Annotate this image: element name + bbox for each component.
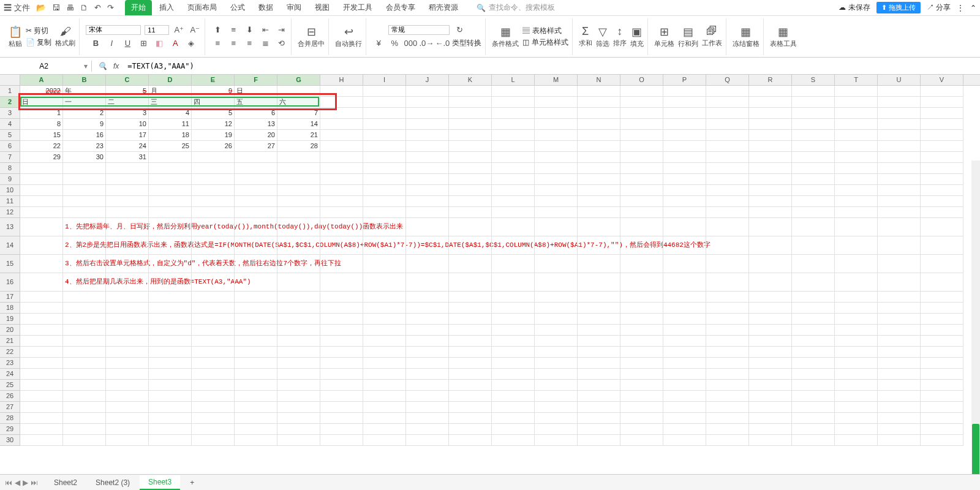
cell-S27[interactable] [792,402,835,413]
comma-icon[interactable]: 000 [404,37,417,50]
sort-button[interactable]: ↕排序 [613,25,627,48]
table-tools-button[interactable]: ▦表格工具 [770,25,797,48]
cell-K2[interactable] [449,97,492,108]
cell-Q28[interactable] [706,413,749,424]
cell-F8[interactable] [235,163,277,174]
cell-V29[interactable] [921,424,963,435]
cell-H23[interactable] [320,358,363,369]
cell-N1[interactable] [578,86,620,97]
cell-C14[interactable] [106,236,149,255]
cell-V7[interactable] [921,152,963,163]
cell-E21[interactable] [192,336,235,347]
cell-M25[interactable] [535,380,578,391]
cell-D1[interactable]: 月 [149,86,192,97]
cell-B30[interactable] [63,435,106,446]
cell-E18[interactable] [192,303,235,314]
cell-R20[interactable] [749,325,792,336]
cell-M30[interactable] [535,435,578,446]
cell-N25[interactable] [578,380,620,391]
cell-H6[interactable] [320,141,363,152]
cell-K16[interactable] [449,273,492,292]
cell-Q30[interactable] [706,435,749,446]
cell-N20[interactable] [578,325,620,336]
cell-J27[interactable] [406,402,449,413]
col-header-L[interactable]: L [492,75,535,85]
cell-I10[interactable] [363,185,406,196]
cell-E7[interactable] [192,152,235,163]
cell-F17[interactable] [235,292,277,303]
cell-T16[interactable] [835,273,878,292]
cell-F5[interactable]: 20 [235,130,277,141]
cell-T27[interactable] [835,402,878,413]
cell-K24[interactable] [449,369,492,380]
cell-C29[interactable] [106,424,149,435]
cell-U20[interactable] [878,325,921,336]
cell-H17[interactable] [320,292,363,303]
cell-F3[interactable]: 6 [235,108,277,119]
cell-E30[interactable] [192,435,235,446]
row-header-9[interactable]: 9 [0,174,20,185]
cell-D9[interactable] [149,174,192,185]
cell-O11[interactable] [620,196,663,207]
preview-icon[interactable]: 🗋 [80,3,88,12]
sheet-tab-1[interactable]: Sheet2 (3) [87,476,138,489]
cell-G2[interactable]: 六 [277,97,320,108]
cell-S14[interactable] [792,236,835,255]
currency-icon[interactable]: ¥ [372,37,385,50]
cell-M16[interactable] [535,273,578,292]
cell-P5[interactable] [663,130,706,141]
cells-button[interactable]: ⊞单元格 [654,25,674,48]
cell-V28[interactable] [921,413,963,424]
dec-dec-icon[interactable]: ←.0 [436,37,448,50]
cell-I29[interactable] [363,424,406,435]
cell-J9[interactable] [406,174,449,185]
cell-R6[interactable] [749,141,792,152]
cell-L1[interactable] [492,86,535,97]
cell-E27[interactable] [192,402,235,413]
cell-I7[interactable] [363,152,406,163]
cell-I12[interactable] [363,207,406,218]
more-icon[interactable]: ⋮ [957,4,964,12]
cell-N21[interactable] [578,336,620,347]
copy-button[interactable]: 📄 复制 [26,37,51,48]
cell-G28[interactable] [277,413,320,424]
cell-P15[interactable] [663,255,706,273]
vertical-scrollbar[interactable] [971,160,980,488]
cell-P19[interactable] [663,314,706,325]
rowcol-button[interactable]: ▤行和列 [678,25,698,48]
cell-K3[interactable] [449,108,492,119]
cell-U3[interactable] [878,108,921,119]
indent-dec-icon[interactable]: ⇤ [259,24,271,36]
cell-C10[interactable] [106,185,149,196]
cell-A20[interactable] [20,325,63,336]
cell-D3[interactable]: 4 [149,108,192,119]
cell-C25[interactable] [106,380,149,391]
cell-A14[interactable] [20,236,63,255]
cell-K10[interactable] [449,185,492,196]
cell-V14[interactable] [921,236,963,255]
cell-O15[interactable] [620,255,663,273]
col-header-U[interactable]: U [878,75,921,85]
percent-icon[interactable]: % [388,37,401,50]
cell-E4[interactable]: 12 [192,119,235,130]
cell-I30[interactable] [363,435,406,446]
cell-D14[interactable] [149,236,192,255]
cell-P25[interactable] [663,380,706,391]
cell-I14[interactable] [363,236,406,255]
cell-Q10[interactable] [706,185,749,196]
cell-E1[interactable]: 9 [192,86,235,97]
cell-M2[interactable] [535,97,578,108]
cell-O30[interactable] [620,435,663,446]
row-header-6[interactable]: 6 [0,141,20,152]
cell-F30[interactable] [235,435,277,446]
cell-S21[interactable] [792,336,835,347]
cell-A9[interactable] [20,174,63,185]
cell-C20[interactable] [106,325,149,336]
row-header-25[interactable]: 25 [0,380,20,391]
cell-O12[interactable] [620,207,663,218]
cell-J12[interactable] [406,207,449,218]
cell-B13[interactable]: 1、先把标题年、月、日写好，然后分别利用year(today()),month(… [63,218,106,236]
cell-T19[interactable] [835,314,878,325]
cell-O6[interactable] [620,141,663,152]
cell-J29[interactable] [406,424,449,435]
